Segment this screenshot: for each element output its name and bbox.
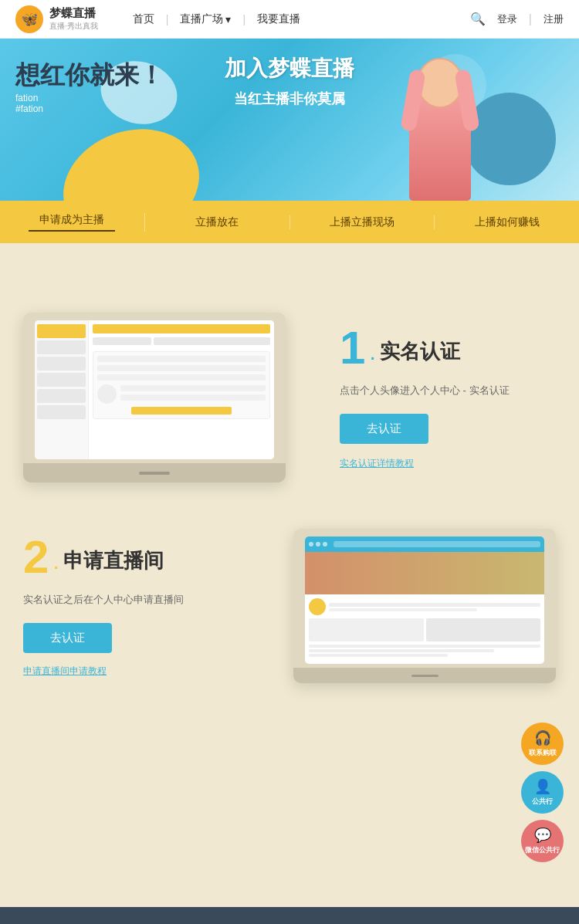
main-content-section: </> 亿码酷站 Y M K U Z H A N [0,243,579,907]
step1-right: 1 . 实名认证 点击个人头像进入个人中心 - 实名认证 去认证 实名认证详情教… [324,325,556,471]
banner-center-content: 加入梦蝶直播 当红主播非你莫属 [225,54,354,108]
step-item-1[interactable]: 申请成为主播 [0,213,145,232]
steps-bar: 申请成为主播 立播放在 上播立播现场 上播如何赚钱 [0,201,579,243]
logo-icon: 🦋 [15,5,43,33]
step2-tutorial-link[interactable]: 申请直播间申请教程 [23,665,239,678]
float-public-button[interactable]: 👤 公共行 [521,771,564,814]
step-item-4[interactable]: 上播如何赚钱 [435,215,579,229]
banner-left-content: 想红你就来！ fation #fation [15,62,164,114]
float-contact-button[interactable]: 🎧 联系购联 [521,723,564,765]
banner-girl [401,58,479,201]
search-icon[interactable]: 🔍 [470,12,486,26]
step2-section: 2 . 申请直播间 实名认证之后在个人中心申请直播间 去认证 申请直播间申请教程 [0,506,579,722]
banner-main-title: 加入梦蝶直播 [225,54,354,83]
step-item-2[interactable]: 立播放在 [145,215,290,229]
banner-deco-yellow [47,110,215,201]
hero-banner: 想红你就来！ fation #fation 加入梦蝶直播 当红主播非你莫属 [0,39,579,201]
step1-laptop-mockup [23,313,286,482]
step2-left: 2 . 申请直播间 实名认证之后在个人中心申请直播间 去认证 申请直播间申请教程 [23,534,239,679]
empty-section [0,722,579,876]
laptop2-screen [305,536,544,664]
step2-apply-button[interactable]: 去认证 [23,623,112,653]
nav-broadcast[interactable]: 我要直播 [245,12,312,26]
logo-subtitle: 直播·秀出真我 [49,21,98,32]
step1-verify-button[interactable]: 去认证 [340,414,428,444]
logo-title: 梦蝶直播 [49,6,98,21]
header: 🦋 梦蝶直播 直播·秀出真我 首页 | 直播广场 ▾ | 我要直播 🔍 登录 |… [0,0,579,39]
main-nav: 首页 | 直播广场 ▾ | 我要直播 [121,12,312,26]
headphone-icon: 🎧 [534,729,551,746]
banner-want-title: 想红你就来！ [15,62,164,89]
step1-section: 1 . 实名认证 点击个人头像进入个人中心 - 实名认证 去认证 实名认证详情教… [0,274,579,506]
step2-laptop-mockup [293,529,556,683]
wechat-icon: 💬 [534,827,551,844]
logo-text-area: 梦蝶直播 直播·秀出真我 [49,6,98,32]
person-icon: 👤 [534,778,551,795]
float-wechat-button[interactable]: 💬 微信公共行 [521,820,564,862]
header-right: 🔍 登录 | 注册 [470,12,564,26]
banner-sub-title: 当红主播非你莫属 [225,90,354,108]
login-button[interactable]: 登录 [497,12,517,26]
laptop-screen [35,320,274,459]
nav-plaza[interactable]: 直播广场 ▾ [168,12,242,26]
logo-area[interactable]: 🦋 梦蝶直播 直播·秀出真我 [15,5,98,33]
register-button[interactable]: 注册 [543,12,564,26]
step1-tutorial-link[interactable]: 实名认证详情教程 [340,458,414,469]
step-item-3[interactable]: 上播立播现场 [290,215,435,229]
banner-fation: fation #fation [15,93,164,114]
nav-home[interactable]: 首页 [121,12,166,26]
footer: 梦蝶直播 关于我们 联系我们 公司介绍 APP下载 主播招募 新闻 加入我们 一… [0,907,579,924]
